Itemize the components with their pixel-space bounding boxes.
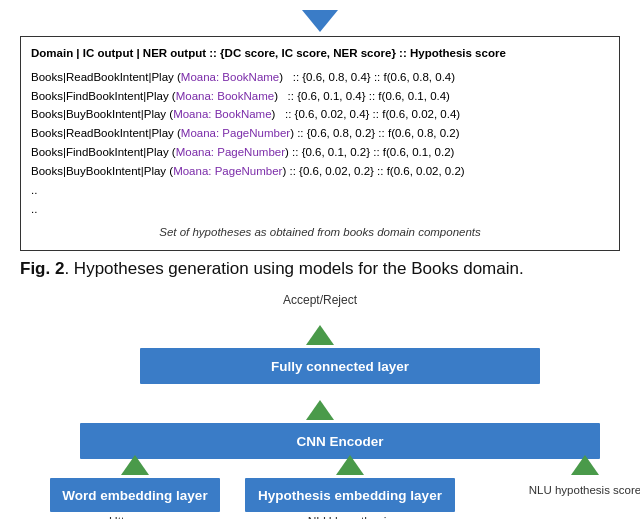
cnn-layer-label: CNN Encoder (296, 434, 383, 449)
fig-caption: Fig. 2. Hypotheses generation using mode… (20, 259, 620, 279)
table-row: Books|FindBookIntent|Play (Moana: PageNu… (31, 144, 609, 162)
fig-caption-text: . Hypotheses generation using models for… (64, 259, 523, 278)
ellipsis1: .. (31, 182, 609, 200)
architecture-diagram: Accept/Reject Fully connected layer CNN … (20, 293, 620, 519)
triangle-nlu-score-icon (571, 455, 599, 475)
fc-layer-label: Fully connected layer (271, 359, 409, 374)
table-row: Books|ReadBookIntent|Play (Moana: BookNa… (31, 69, 609, 87)
top-arrow-container (20, 10, 620, 32)
table-row: Books|ReadBookIntent|Play (Moana: PageNu… (31, 125, 609, 143)
accept-reject-label: Accept/Reject (283, 293, 357, 307)
row1-highlight: Moana: BookName (181, 71, 279, 83)
row5-plain: Books|FindBookIntent|Play (Moana: PageNu… (31, 146, 454, 158)
row4-plain: Books|ReadBookIntent|Play (Moana: PageNu… (31, 127, 460, 139)
triangle-above-word-icon (121, 455, 149, 475)
hypothesis-table: Domain | IC output | NER output :: {DC s… (20, 36, 620, 251)
row6-highlight: Moana: PageNumber (173, 165, 282, 177)
nlu-hypothesis-label: NLU hypothesis (308, 515, 393, 519)
row5-highlight: Moana: PageNumber (176, 146, 285, 158)
row2-plain: Books|FindBookIntent|Play (Moana: BookNa… (31, 90, 450, 102)
row2-highlight: Moana: BookName (176, 90, 274, 102)
row6-plain: Books|BuyBookIntent|Play (Moana: PageNum… (31, 165, 465, 177)
table-header: Domain | IC output | NER output :: {DC s… (31, 45, 609, 63)
table-row: Books|BuyBookIntent|Play (Moana: BookNam… (31, 106, 609, 124)
ellipsis2: .. (31, 201, 609, 219)
word-embedding-label: Word embedding layer (62, 488, 207, 503)
triangle-above-hyp-icon (336, 455, 364, 475)
page-container: Domain | IC output | NER output :: {DC s… (0, 0, 640, 519)
table-row: Books|FindBookIntent|Play (Moana: BookNa… (31, 88, 609, 106)
row3-plain: Books|BuyBookIntent|Play (Moana: BookNam… (31, 108, 460, 120)
hypothesis-embedding-box: Hypothesis embedding layer (245, 478, 455, 512)
cnn-layer-box: CNN Encoder (80, 423, 600, 459)
row3-highlight: Moana: BookName (173, 108, 271, 120)
word-embedding-box: Word embedding layer (50, 478, 220, 512)
triangle-above-cnn-icon (306, 400, 334, 420)
triangle-above-fc-icon (306, 325, 334, 345)
fc-layer-box: Fully connected layer (140, 348, 540, 384)
fig-caption-bold: Fig. 2 (20, 259, 64, 278)
hypothesis-embedding-label: Hypothesis embedding layer (258, 488, 442, 503)
table-row: Books|BuyBookIntent|Play (Moana: PageNum… (31, 163, 609, 181)
table-footer: Set of hypotheses as obtained from books… (31, 224, 609, 242)
top-down-arrow-icon (302, 10, 338, 32)
nlu-score-label: NLU hypothesis score (529, 483, 640, 498)
utterance-label: Utterance (109, 515, 161, 519)
row4-highlight: Moana: PageNumber (181, 127, 290, 139)
row1-plain: Books|ReadBookIntent|Play (Moana: BookNa… (31, 71, 455, 83)
